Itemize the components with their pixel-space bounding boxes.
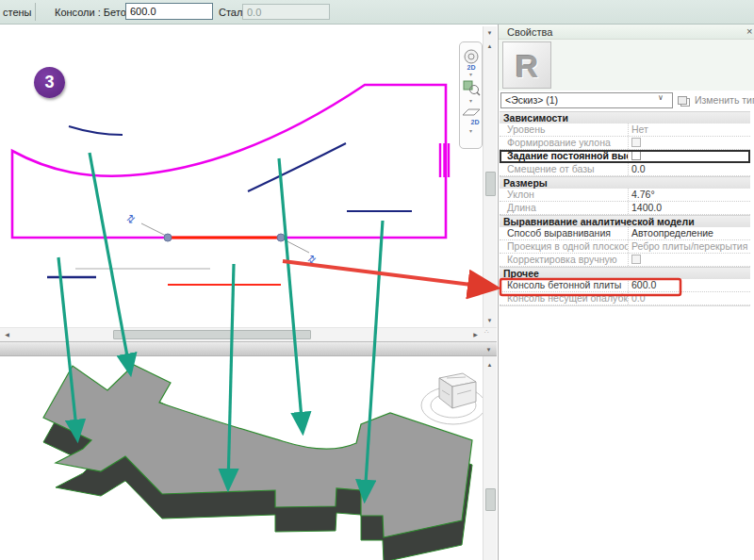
revit-window: ⇄ ⇄ стены Консоли : Бетон:: [0, 0, 754, 560]
property-row-projection[interactable]: Проекция в одной плоскости Ребро плиты/п…: [500, 240, 750, 254]
svg-text:2D: 2D: [470, 119, 479, 125]
type-preview-area: R: [499, 40, 754, 91]
leader-line: [141, 223, 166, 236]
navigation-bar: 2D ▾ ▾ 2D ▾: [459, 41, 483, 149]
top-view-vertical-scrollbar[interactable]: ▼ ▲ ▼: [483, 26, 497, 327]
property-value[interactable]: 600.0: [628, 279, 750, 291]
property-label: Консоль бетонной плиты: [500, 279, 628, 291]
edit-type-button[interactable]: Изменить тип: [676, 92, 754, 108]
leader-line: [284, 239, 309, 253]
property-label: Способ выравнивания: [500, 227, 628, 239]
property-label: Корректировка вручную: [500, 254, 628, 266]
property-value[interactable]: 0.0: [628, 163, 750, 175]
span-direction-symbol[interactable]: [440, 143, 449, 177]
property-row-constant-height[interactable]: Задание постоянной высоты: [500, 150, 750, 163]
scroll-left-icon[interactable]: ◀: [1, 329, 13, 340]
revit-family-thumbnail: R: [502, 41, 551, 89]
property-label: Уровень: [500, 124, 628, 136]
property-label: Длина: [500, 202, 628, 214]
property-value[interactable]: Нет: [628, 124, 750, 136]
scrollbar-thumb[interactable]: [113, 330, 311, 339]
property-label: Смещение от базы: [500, 163, 628, 175]
viewcube-icon[interactable]: [421, 373, 485, 424]
properties-header[interactable]: Свойства ×: [499, 25, 754, 40]
property-value[interactable]: Ребро плиты/перекрытия: [628, 240, 750, 253]
property-label: Уклон: [500, 189, 628, 201]
concrete-cantilever-input[interactable]: [125, 3, 213, 20]
resize-grip[interactable]: ∴: [484, 329, 495, 339]
cantilever-concrete-label: Консоли : Бетон:: [55, 7, 135, 18]
property-value[interactable]: [628, 137, 750, 149]
property-label: Консоль несущей опалубки: [500, 292, 628, 305]
scroll-down-icon[interactable]: ▼: [484, 315, 496, 326]
steering-wheel-2d-icon[interactable]: 2D: [462, 48, 481, 71]
property-value[interactable]: Автоопределение: [628, 227, 750, 239]
context-label: стены: [3, 7, 32, 18]
chevron-down-icon[interactable]: ∨: [658, 93, 664, 102]
edit-type-icon: [678, 96, 687, 105]
sketch-boundary[interactable]: [12, 85, 446, 238]
edge-handle[interactable]: [164, 234, 172, 241]
flip-arrows-icon[interactable]: ⇄: [304, 252, 319, 266]
property-label: Задание постоянной высоты: [500, 150, 628, 162]
chevron-down-icon[interactable]: ▾: [469, 127, 472, 135]
panel-title: Свойства: [507, 26, 552, 38]
view-splitter[interactable]: ▼: [0, 341, 497, 356]
property-row-manual-adjust[interactable]: Корректировка вручную: [500, 254, 750, 267]
properties-panel: Свойства × R <Эскиз> (1) ∨ Изменить тип …: [498, 25, 754, 560]
property-value[interactable]: 0.0: [628, 292, 750, 305]
type-selector-dropdown[interactable]: <Эскиз> (1): [500, 92, 673, 108]
step-number-badge: 3: [34, 67, 65, 98]
section-dimensions[interactable]: Размеры: [500, 176, 750, 189]
steel-cantilever-input[interactable]: [242, 4, 330, 20]
options-bar: стены Консоли : Бетон: Сталь:: [0, 0, 754, 25]
property-grid: Зависимости Уровень Нет Формирование укл…: [500, 111, 750, 306]
collapse-icon[interactable]: ▼: [483, 344, 495, 355]
zoom-region-icon[interactable]: [462, 78, 481, 97]
property-value[interactable]: [628, 150, 750, 162]
property-row-slope[interactable]: Уклон 4.76°: [500, 189, 750, 202]
property-value[interactable]: [628, 254, 750, 266]
chevron-down-icon[interactable]: ▾: [469, 97, 472, 105]
section-dependencies[interactable]: Зависимости: [500, 111, 750, 124]
scroll-up-icon[interactable]: ▲: [484, 359, 496, 371]
scroll-up-icon[interactable]: ▲: [484, 41, 496, 52]
separator: [35, 3, 36, 21]
pan-2d-icon[interactable]: 2D: [461, 105, 482, 127]
scrollbar-thumb[interactable]: [485, 488, 496, 511]
property-row-length[interactable]: Длина 1400.0: [500, 202, 750, 215]
property-row-level[interactable]: Уровень Нет: [500, 124, 750, 137]
scroll-right-icon[interactable]: ▶: [469, 329, 482, 340]
checkbox[interactable]: [631, 151, 641, 160]
section-other[interactable]: Прочее: [500, 267, 750, 279]
bottom-view-vertical-scrollbar[interactable]: ▲: [483, 356, 497, 560]
property-row-base-offset[interactable]: Смещение от базы 0.0: [500, 163, 750, 176]
property-value[interactable]: 4.76°: [628, 189, 750, 201]
svg-text:2D: 2D: [467, 64, 475, 71]
property-row-formwork-cantilever[interactable]: Консоль несущей опалубки 0.0: [500, 292, 750, 305]
property-label: Формирование уклона: [500, 137, 628, 149]
property-label: Проекция в одной плоскости: [500, 240, 628, 253]
edge-handle[interactable]: [277, 234, 285, 241]
checkbox[interactable]: [631, 138, 641, 147]
reference-curves[interactable]: [47, 126, 412, 277]
property-value[interactable]: 1400.0: [628, 202, 750, 214]
chevron-down-icon[interactable]: ▾: [469, 71, 472, 78]
flip-arrows-icon[interactable]: ⇄: [123, 211, 138, 225]
scrollbar-thumb[interactable]: [485, 172, 496, 196]
section-analytical-alignment[interactable]: Выравнивание аналитической модели: [500, 215, 750, 227]
close-icon[interactable]: ×: [746, 25, 752, 37]
collapse-icon[interactable]: ▼: [484, 27, 496, 39]
top-view-horizontal-scrollbar[interactable]: ◀ ▶: [0, 327, 497, 341]
property-row-alignment-method[interactable]: Способ выравнивания Автоопределение: [500, 227, 750, 240]
property-row-concrete-cantilever[interactable]: Консоль бетонной плиты 600.0: [500, 279, 750, 292]
checkbox[interactable]: [631, 255, 641, 264]
property-row-slope-forming[interactable]: Формирование уклона: [500, 137, 750, 150]
